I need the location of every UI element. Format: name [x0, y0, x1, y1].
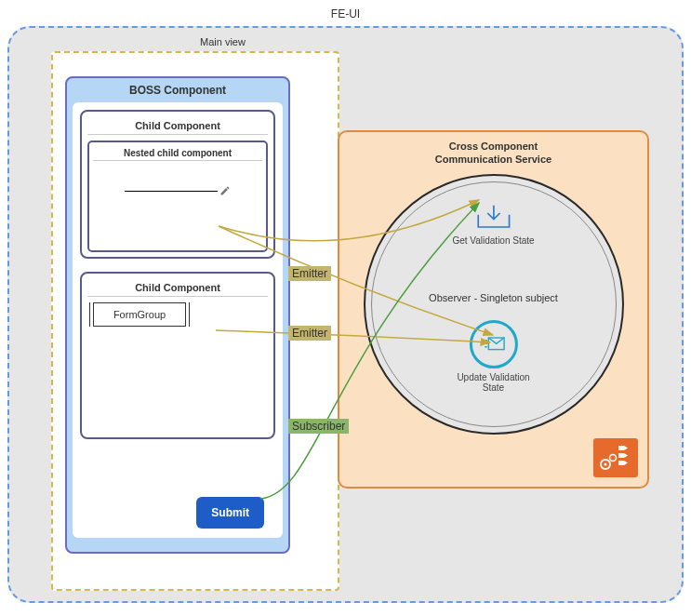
inbox-icon [474, 204, 512, 232]
form-group-label: FormGroup [93, 302, 186, 327]
svg-rect-9 [618, 461, 624, 465]
child-component-2-header: Child Component [87, 279, 268, 297]
service-title-line-2: Communication Service [435, 154, 551, 165]
fe-ui-title: FE-UI [331, 7, 360, 20]
pencil-icon [219, 185, 231, 196]
input-underline [125, 191, 218, 192]
child-component-1: Child Component Nested child component [80, 110, 275, 259]
fe-ui-container: Main view BOSS Component Child Component… [7, 26, 684, 603]
nested-input-line [93, 185, 262, 196]
boss-component: BOSS Component Child Component Nested ch… [65, 76, 290, 554]
get-validation-label: Get Validation State [452, 235, 534, 246]
submit-button[interactable]: Submit [196, 497, 264, 529]
nested-child-component: Nested child component [87, 141, 268, 252]
child-component-2: Child Component FormGroup [80, 272, 275, 439]
get-validation-state-node: Get Validation State [452, 204, 534, 246]
svg-point-5 [605, 463, 607, 466]
observer-singleton-label: Observer - Singleton subject [429, 292, 558, 303]
service-header: Cross Component Communication Service [339, 132, 647, 174]
update-validation-label: Update Validation State [457, 372, 529, 393]
child-component-1-header: Child Component [87, 117, 268, 135]
svg-rect-8 [618, 453, 624, 458]
cross-component-service: Cross Component Communication Service Ge… [338, 130, 649, 489]
main-view-title: Main view [200, 36, 246, 47]
boss-component-body: Child Component Nested child component C… [73, 102, 283, 538]
update-validation-state-node: Update Validation State [457, 320, 529, 393]
subscriber-label: Subscriber [288, 419, 349, 434]
svg-point-6 [610, 455, 617, 462]
boss-component-header: BOSS Component [67, 78, 288, 102]
send-icon [480, 335, 506, 354]
observer-circle: Get Validation State Observer - Singleto… [364, 174, 624, 435]
nested-child-header: Nested child component [93, 146, 262, 161]
gears-flow-icon [593, 438, 638, 477]
update-icon-circle [469, 320, 517, 368]
emitter-label-1: Emitter [288, 266, 331, 281]
emitter-label-2: Emitter [288, 326, 331, 341]
service-title-line-1: Cross Component [449, 141, 538, 152]
svg-rect-7 [618, 446, 624, 450]
